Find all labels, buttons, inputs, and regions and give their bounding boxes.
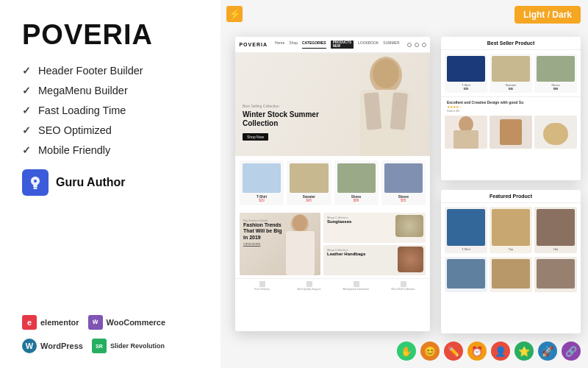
svg-point-0 [34, 180, 37, 183]
elementor-icon: e [22, 315, 37, 330]
wordpress-icon: W [22, 339, 37, 353]
product-price-4: $55 [384, 199, 423, 202]
rb-prod-img-3 [537, 209, 575, 246]
banner-text-overlay: Big Summer Deals Fashion Trends That Wil… [243, 219, 287, 246]
star-icon: ⭐ [514, 342, 534, 361]
svg-point-10 [293, 215, 307, 231]
footer-text-1: Free Delivery [240, 288, 284, 291]
right-prod-card-2: Sweater $45 [490, 54, 532, 93]
left-panel: POVERIA ✓ Header Footer Builder ✓ MegaMe… [0, 0, 220, 368]
rb-title: Featured Product [447, 194, 575, 199]
svg-point-5 [373, 59, 399, 88]
footer-text-2: Best Quality Support [287, 288, 331, 291]
rb-prod-3: Hat [534, 207, 577, 253]
svg-rect-12 [453, 130, 478, 149]
rb-prod-img-5 [492, 259, 530, 289]
right-extra-1 [445, 116, 487, 149]
sunglasses-img [395, 215, 423, 237]
nav-item-blog: LOOKBOOK [358, 40, 379, 49]
right-prod-img-1 [447, 56, 485, 82]
tech-logos: e elementor W̃ WooCommerce W WordPress S… [22, 315, 198, 353]
svg-point-1 [32, 180, 33, 182]
features-list: ✓ Header Footer Builder ✓ MegaMenu Build… [22, 65, 198, 156]
product-img-1 [243, 163, 281, 193]
slider-revolution-label: Slider Revolution [110, 342, 165, 350]
hero-small-text: Best Selling Collection [243, 104, 338, 108]
product-img-3 [337, 163, 376, 193]
wordpress-label: WordPress [40, 342, 83, 350]
rocket-icon: 🚀 [538, 342, 557, 361]
rb-prod-4 [445, 257, 487, 292]
check-icon-4: ✓ [22, 124, 31, 136]
store-mockup-left: POVERIA Home Shop CATEGORIES PRODUCTS NE… [235, 37, 430, 331]
product-img-4 [384, 163, 423, 193]
guru-author-section: Guru Author [22, 169, 198, 196]
store-nav-icons [407, 43, 426, 47]
elementor-logo: e elementor [22, 315, 79, 330]
clock-icon: ⏰ [467, 342, 487, 361]
right-top-header: Best Seller Product [441, 37, 581, 50]
banner-big: Big Summer Deals Fashion Trends That Wil… [240, 213, 320, 275]
bottom-icons-row: ✋ 😊 ✏️ ⏰ 👤 ⭐ 🚀 🔗 [397, 342, 581, 361]
right-extra-3 [534, 116, 577, 149]
product-price-3: $89 [337, 199, 376, 202]
product-card-2: Sweater $45 [287, 160, 331, 205]
store-products-row: T-Shirt $29 Sweater $45 Shoes $89 Sleeve… [235, 156, 430, 210]
feature-megamenu-label: MegaMenu Builder [38, 85, 128, 96]
right-prod-price-1: $29 [447, 87, 485, 91]
rb-prod-6 [534, 257, 577, 292]
footer-item-3: Moneyback Guarantee [334, 281, 379, 291]
pencil-icon: ✏️ [444, 342, 463, 361]
svg-rect-13 [500, 119, 522, 145]
woocommerce-icon: W̃ [88, 315, 103, 330]
right-prod-price-3: $89 [537, 87, 575, 91]
svg-rect-9 [286, 231, 315, 275]
banner-big-text: Fashion Trends That Will be Big In 2019 [243, 222, 287, 241]
rb-prod-name-3: Hat [537, 247, 575, 251]
nav-item-summer: SUMMER [383, 40, 399, 49]
check-icon-2: ✓ [22, 85, 31, 96]
store-hero: Best Selling Collection Winter Stock Sum… [235, 53, 430, 156]
brand-title: POVERIA [22, 21, 198, 49]
face-icon: 😊 [420, 342, 440, 361]
store-footer-bar: Free Delivery Best Quality Support Money… [235, 278, 430, 293]
woocommerce-label: WooCommerce [107, 318, 165, 327]
rb-prod-img-2 [492, 209, 530, 246]
guru-icon [22, 169, 49, 196]
woocommerce-logo: W̃ WooCommerce [88, 315, 165, 330]
feature-fast-loading-label: Fast Loading Time [38, 105, 126, 116]
check-icon-3: ✓ [22, 105, 31, 116]
rb-prod-name-1: T-Shirt [447, 247, 485, 251]
footer-item-2: Best Quality Support [287, 281, 331, 291]
nav-item-categories: CATEGORIES [302, 40, 326, 49]
nav-cart-icon [422, 43, 426, 47]
feature-seo: ✓ SEO Optimized [22, 124, 198, 136]
product-card-3: Shoes $89 [334, 160, 379, 205]
rb-prod-img-4 [447, 259, 485, 289]
rb-header: Featured Product [441, 190, 581, 203]
hero-shop-btn: Shop Now [243, 133, 268, 141]
footer-item-4: New 2019 Collection [381, 281, 426, 291]
rb-prod-1: T-Shirt [445, 207, 487, 253]
nav-item-shop: Shop [289, 40, 298, 49]
right-review: Excellent and Creative Design with good … [441, 96, 581, 116]
right-products-grid: T-Shirt $29 Sweater $45 Shoes $89 [441, 50, 581, 96]
footer-icon-1 [259, 281, 265, 287]
footer-icon-3 [354, 281, 359, 287]
rb-prod-5 [490, 257, 532, 292]
feature-fast-loading: ✓ Fast Loading Time [22, 105, 198, 116]
lightning-bolt-icon: ⚡ [226, 6, 243, 22]
footer-text-3: Moneyback Guarantee [334, 288, 379, 291]
nav-wishlist-icon [415, 43, 419, 47]
rb-prod-2: Top [490, 207, 532, 253]
preview-area: ⚡ Light / Dark POVERIA Home Shop CATEGOR… [220, 0, 588, 368]
rb-prod-img-1 [447, 209, 485, 246]
check-icon: ✓ [22, 65, 31, 77]
feature-seo-label: SEO Optimized [38, 124, 112, 136]
rb-prod-img-6 [537, 259, 575, 289]
right-prod-img-2 [492, 56, 530, 82]
feature-mobile: ✓ Mobile Friendly [22, 144, 198, 156]
right-prod-card-1: T-Shirt $29 [445, 54, 487, 93]
product-price-2: $45 [290, 199, 328, 202]
footer-icon-4 [401, 281, 406, 287]
